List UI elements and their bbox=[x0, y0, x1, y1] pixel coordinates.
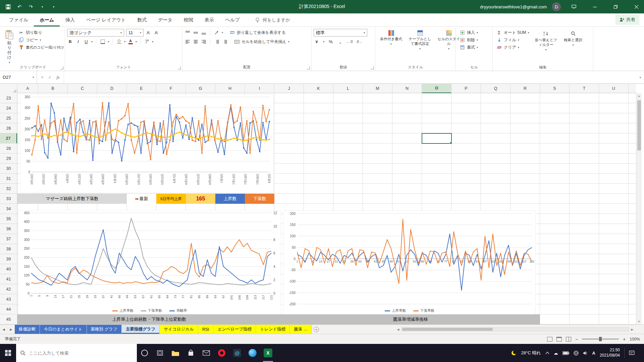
borders-icon[interactable] bbox=[100, 38, 106, 45]
column-header-P[interactable]: P bbox=[451, 84, 481, 93]
horizontal-scrollbar[interactable]: ◀ ▶ bbox=[395, 325, 635, 334]
font-color-icon[interactable]: A bbox=[127, 38, 133, 45]
cancel-entry-icon[interactable]: × bbox=[41, 75, 44, 80]
network-icon[interactable] bbox=[574, 351, 579, 356]
increase-decimal-icon[interactable]: ←.0 bbox=[346, 38, 353, 45]
paste-button[interactable]: 貼り付け▾ bbox=[3, 29, 15, 65]
row-header-39[interactable]: 39 bbox=[0, 254, 17, 264]
customize-qat-icon[interactable]: ▾ bbox=[50, 3, 57, 10]
column-header-O[interactable]: O bbox=[422, 84, 451, 93]
row-header-27[interactable]: 27 bbox=[0, 133, 17, 143]
taskbar-app-excel[interactable]: X bbox=[260, 344, 276, 362]
weather-status[interactable]: 28°C 晴れ bbox=[521, 350, 541, 356]
column-header-L[interactable]: L bbox=[333, 84, 363, 93]
redo-dropdown-icon[interactable]: ▾ bbox=[39, 3, 46, 10]
column-header-K[interactable]: K bbox=[304, 84, 333, 93]
page-break-view-icon[interactable] bbox=[566, 337, 571, 342]
row-header-35[interactable]: 35 bbox=[0, 214, 17, 224]
insert-function-icon[interactable]: fx bbox=[57, 75, 60, 80]
ribbon-tab-5[interactable]: データ bbox=[152, 14, 178, 26]
find-select-button[interactable]: 検索と選択▾ bbox=[561, 29, 585, 48]
search-input[interactable] bbox=[29, 351, 133, 356]
increase-font-icon[interactable]: Aˆ bbox=[146, 29, 152, 36]
undo-button[interactable]: ↶ bbox=[16, 3, 23, 10]
fill-button[interactable]: フィル▾ bbox=[495, 36, 531, 44]
sheet-tab-7[interactable]: トレンド指標 bbox=[256, 325, 290, 334]
row-header-33[interactable]: 33 bbox=[0, 194, 17, 204]
phonetic-guide-icon[interactable]: ア bbox=[144, 38, 150, 45]
ribbon-display-options-icon[interactable] bbox=[566, 0, 582, 13]
row-header-24[interactable]: 24 bbox=[0, 103, 17, 113]
increase-indent-icon[interactable] bbox=[222, 38, 228, 45]
wrap-text-button[interactable]: 折り返して全体を表示する bbox=[228, 29, 287, 36]
action-center-icon[interactable] bbox=[629, 351, 635, 356]
decrease-indent-icon[interactable] bbox=[214, 38, 220, 45]
speaker-icon[interactable] bbox=[583, 351, 588, 355]
taskbar-app-edge[interactable] bbox=[245, 344, 260, 362]
task-view-button[interactable] bbox=[152, 344, 168, 362]
conditional-formatting-button[interactable]: 条件付き書式▾ bbox=[377, 29, 405, 47]
row-header-26[interactable]: 26 bbox=[0, 123, 17, 133]
row-header-31[interactable]: 31 bbox=[0, 174, 17, 184]
format-painter-button[interactable]: 書式のコピー/貼り付け bbox=[17, 44, 65, 51]
save-button[interactable] bbox=[5, 3, 11, 10]
row-header-36[interactable]: 36 bbox=[0, 224, 17, 234]
column-header-N[interactable]: N bbox=[392, 84, 422, 93]
cut-button[interactable]: ✂切り取り bbox=[17, 29, 65, 36]
font-dialog-launcher[interactable] bbox=[178, 66, 181, 69]
ribbon-tab-1[interactable]: ホーム bbox=[34, 14, 60, 26]
zoom-slider[interactable] bbox=[582, 339, 619, 340]
row-header-43[interactable]: 43 bbox=[0, 294, 17, 304]
sheet-tab-0[interactable]: 株価診断 bbox=[15, 325, 40, 334]
insert-cells-button[interactable]: 挿入▾ bbox=[458, 29, 490, 36]
font-name-select[interactable]: 游ゴシック▾ bbox=[67, 29, 124, 37]
horizontal-scroll-track[interactable] bbox=[401, 327, 629, 331]
selected-cell[interactable] bbox=[422, 133, 452, 144]
redo-button[interactable]: ↷ bbox=[28, 3, 34, 10]
column-header-S[interactable]: S bbox=[540, 84, 570, 93]
onedrive-cloud-icon[interactable]: ☁ bbox=[554, 351, 558, 356]
currency-format-icon[interactable]: ¥ bbox=[314, 38, 320, 45]
name-box[interactable]: O27▾ bbox=[0, 71, 37, 83]
minimize-button[interactable] bbox=[587, 0, 602, 13]
zoom-slider-thumb[interactable] bbox=[599, 337, 602, 341]
share-button[interactable]: 共有 bbox=[615, 15, 639, 25]
taskbar-app-folder[interactable] bbox=[168, 344, 183, 362]
vertical-scroll-thumb[interactable] bbox=[637, 100, 641, 150]
row-header-29[interactable]: 29 bbox=[0, 154, 17, 164]
horizontal-scroll-thumb[interactable] bbox=[402, 328, 493, 331]
column-header-I[interactable]: I bbox=[245, 84, 274, 93]
scroll-up-icon[interactable]: ▲ bbox=[636, 93, 642, 99]
row-header-23[interactable]: 23 bbox=[0, 93, 17, 103]
column-header-H[interactable]: H bbox=[215, 84, 245, 93]
row-header-44[interactable]: 44 bbox=[0, 304, 17, 314]
italic-button[interactable]: I bbox=[75, 38, 81, 45]
column-header-T[interactable]: T bbox=[570, 84, 599, 93]
zoom-out-icon[interactable]: − bbox=[575, 337, 578, 342]
column-header-D[interactable]: D bbox=[97, 84, 127, 93]
chart-ratio-breadth[interactable]: 0501001502002503003504004500246810121591… bbox=[18, 210, 281, 314]
normal-view-icon[interactable] bbox=[547, 337, 552, 342]
sort-filter-button[interactable]: AZ 並べ替えとフィルター▾ bbox=[532, 29, 560, 53]
column-header-Q[interactable]: Q bbox=[481, 84, 511, 93]
select-all-corner[interactable] bbox=[0, 84, 17, 93]
cortana-button[interactable] bbox=[137, 344, 152, 362]
format-cells-button[interactable]: 書式▾ bbox=[458, 44, 490, 51]
tab-scroll-right-icon[interactable]: ▶ bbox=[7, 325, 15, 334]
percent-style-icon[interactable]: % bbox=[328, 38, 334, 45]
row-header-25[interactable]: 25 bbox=[0, 113, 17, 123]
zoom-level[interactable]: 100% bbox=[630, 337, 640, 342]
column-header-F[interactable]: F bbox=[156, 84, 186, 93]
zoom-in-icon[interactable]: + bbox=[623, 337, 626, 342]
sheet-tab-6[interactable]: エンベロープ指標 bbox=[214, 325, 256, 334]
tab-scroll-left-icon[interactable]: ◀ bbox=[0, 325, 7, 334]
avatar[interactable]: D bbox=[552, 2, 561, 11]
scroll-down-icon[interactable]: ▼ bbox=[636, 319, 642, 324]
start-button[interactable] bbox=[0, 344, 16, 362]
column-header-U[interactable]: U bbox=[599, 84, 629, 93]
account-email[interactable]: dryyourtearswithlove1@gmail.com bbox=[480, 4, 547, 9]
chart-mothers-updown[interactable]: 0501001502002503003503月15日3月22日3月29日4月5日… bbox=[20, 95, 274, 193]
ribbon-tab-2[interactable]: 挿入 bbox=[60, 14, 80, 26]
clock[interactable]: 21:502021/08/04 bbox=[600, 348, 620, 358]
scroll-left-icon[interactable]: ◀ bbox=[395, 328, 401, 331]
